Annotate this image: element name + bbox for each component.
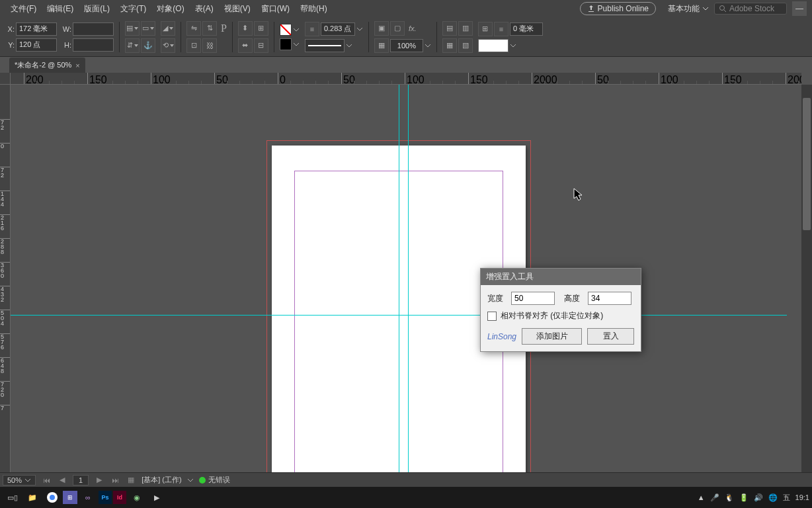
clock-day[interactable]: 五: [783, 493, 790, 503]
teams-icon[interactable]: ◉: [128, 489, 146, 505]
mic-icon[interactable]: 🎤: [710, 493, 719, 502]
menu-help[interactable]: 帮助(H): [295, 3, 333, 15]
y-input[interactable]: [16, 38, 57, 52]
align-icon[interactable]: ⊞: [254, 21, 268, 36]
menu-window[interactable]: 窗口(W): [256, 3, 295, 15]
width-label: 宽度: [487, 293, 507, 304]
clock-time[interactable]: 19:1: [795, 493, 809, 501]
workspace-selector[interactable]: 基本功能: [663, 3, 714, 15]
ruler-origin[interactable]: [0, 73, 11, 85]
menu-table[interactable]: 表(A): [190, 3, 219, 15]
search-icon: [719, 5, 727, 13]
player-icon[interactable]: ▶: [147, 489, 166, 505]
align-spine-checkbox[interactable]: [487, 312, 497, 321]
adobe-stock-search[interactable]: Adobe Stock: [714, 3, 787, 15]
vertical-scrollbar[interactable]: [801, 85, 812, 472]
add-image-button[interactable]: 添加图片: [522, 328, 582, 345]
volume-icon[interactable]: 🔊: [754, 493, 763, 502]
flip-v-icon[interactable]: ⇅: [202, 21, 217, 36]
menu-view[interactable]: 视图(V): [219, 3, 256, 15]
document-tab[interactable]: *未命名-2 @ 50% ×: [9, 58, 85, 73]
file-explorer-icon[interactable]: 📁: [23, 489, 42, 505]
canvas[interactable]: [11, 85, 801, 472]
stroke-style-select[interactable]: [305, 39, 345, 52]
publish-online-button[interactable]: Publish Online: [580, 2, 656, 15]
fx-label[interactable]: fx.: [409, 24, 417, 32]
columns-icon[interactable]: ▤: [125, 21, 140, 36]
w-input[interactable]: [73, 22, 114, 36]
shear-icon[interactable]: ◢: [161, 21, 175, 36]
text-direction-icon[interactable]: ⇵: [125, 38, 140, 53]
chevron-down-icon[interactable]: [293, 26, 300, 33]
distribute-v-icon[interactable]: ⬌: [238, 38, 253, 53]
chevron-down-icon[interactable]: [346, 42, 352, 49]
stroke-swatch[interactable]: [280, 24, 292, 36]
text-wrap-icon-3[interactable]: ▦: [442, 38, 457, 53]
qq-icon[interactable]: 🐧: [725, 493, 734, 502]
opacity-input[interactable]: 100%: [390, 39, 423, 52]
effects-icon-2[interactable]: ▢: [390, 21, 405, 36]
h-input[interactable]: [73, 38, 114, 52]
chevron-down-icon[interactable]: [293, 41, 300, 48]
preflight-status[interactable]: 无错误: [199, 475, 230, 485]
text-wrap-icon-1[interactable]: ▤: [442, 21, 457, 36]
spacing-icon[interactable]: ⊟: [254, 38, 268, 53]
chevron-down-icon[interactable]: [510, 42, 516, 49]
tray-up-icon[interactable]: ▲: [698, 493, 705, 501]
author-link[interactable]: LinSong: [487, 332, 516, 341]
taskbar: ▭▯ 📁 ⊞ ∞ Ps Id ◉ ▶ ▲ 🎤 🐧 🔋 🔊 🌐 五 19:1: [0, 487, 812, 508]
frame-fit-icon[interactable]: ▭: [141, 21, 155, 36]
task-view-icon[interactable]: ▭▯: [3, 489, 22, 505]
anchor-icon[interactable]: ⚓: [141, 38, 155, 53]
effects-icon-1[interactable]: ▣: [374, 21, 389, 36]
minimize-button[interactable]: —: [792, 1, 807, 16]
chevron-down-icon[interactable]: [187, 477, 194, 484]
menu-edit[interactable]: 编辑(E): [42, 3, 79, 15]
menu-object[interactable]: 对象(O): [151, 3, 189, 15]
vertical-guide[interactable]: [408, 85, 409, 472]
indesign-icon[interactable]: Id: [113, 491, 126, 504]
vertical-ruler[interactable]: 720721442162883604325045766487207: [0, 85, 11, 472]
wrap-offset-input[interactable]: 0 毫米: [510, 22, 543, 36]
chevron-down-icon[interactable]: [425, 42, 431, 49]
height-input[interactable]: [588, 292, 631, 305]
close-tab-button[interactable]: ×: [75, 62, 79, 69]
visual-studio-icon[interactable]: ∞: [79, 489, 97, 505]
rotate-icon[interactable]: ⟲: [161, 38, 175, 53]
fill-swatch[interactable]: [280, 38, 292, 50]
page-number-input[interactable]: 1: [73, 475, 89, 486]
place-button[interactable]: 置入: [587, 328, 634, 345]
x-input[interactable]: [16, 22, 57, 36]
vertical-guide[interactable]: [399, 85, 399, 472]
menu-file[interactable]: 文件(F): [5, 3, 42, 15]
width-input[interactable]: [511, 292, 555, 305]
battery-icon[interactable]: 🔋: [739, 493, 749, 502]
menu-type[interactable]: 文字(T): [115, 3, 151, 15]
next-page-button[interactable]: ▶: [94, 475, 104, 486]
horizontal-ruler[interactable]: 20015010050050100150200050100150200: [11, 73, 801, 85]
distribute-h-icon[interactable]: ⬍: [238, 21, 253, 36]
first-page-button[interactable]: ⏮: [41, 475, 52, 486]
photoshop-icon[interactable]: Ps: [99, 491, 112, 504]
open-panel-icon[interactable]: ▦: [126, 475, 136, 486]
text-wrap-icon-2[interactable]: ▥: [458, 21, 473, 36]
chevron-down-icon[interactable]: [356, 26, 363, 32]
menu-layout[interactable]: 版面(L): [79, 3, 115, 15]
last-page-button[interactable]: ⏭: [110, 475, 120, 486]
stroke-weight-input[interactable]: 0.283 点: [321, 22, 355, 36]
dialog-title[interactable]: 增强置入工具: [481, 269, 641, 285]
upload-icon: [587, 5, 595, 13]
prev-page-button[interactable]: ◀: [57, 475, 67, 486]
horizontal-guide[interactable]: [11, 315, 787, 316]
zoom-select[interactable]: 50%: [3, 475, 36, 486]
windows-app-icon[interactable]: ⊞: [63, 491, 77, 504]
text-wrap-icon-4[interactable]: ▧: [458, 38, 473, 53]
color-swatch[interactable]: [478, 39, 508, 52]
chrome-icon[interactable]: [43, 489, 61, 505]
link-icon[interactable]: ⛓: [202, 38, 217, 53]
scrollbar-thumb[interactable]: [803, 98, 811, 230]
constrain-icon[interactable]: ⊡: [186, 38, 201, 53]
flip-h-icon[interactable]: ⇋: [186, 21, 201, 36]
wrap-stepper[interactable]: ≡: [494, 22, 508, 36]
network-icon[interactable]: 🌐: [768, 493, 778, 502]
